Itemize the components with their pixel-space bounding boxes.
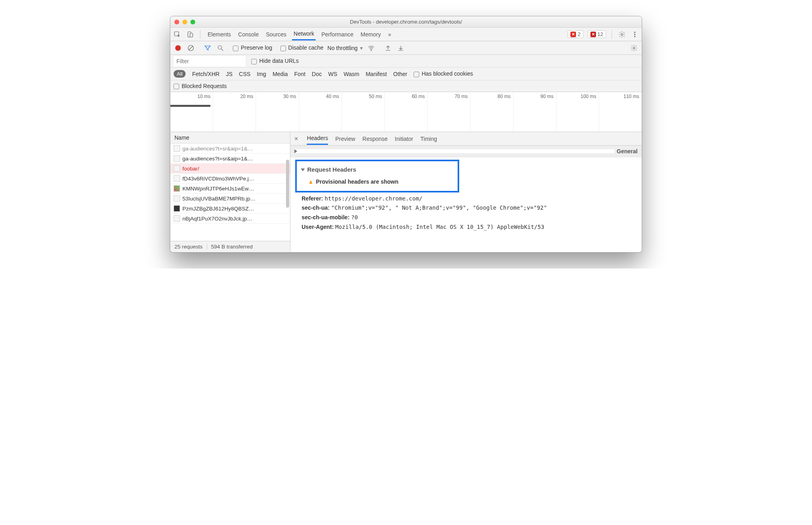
svg-point-4 (634, 32, 635, 32)
filter-doc[interactable]: Doc (312, 71, 322, 77)
transferred-size: 594 B transferred (211, 244, 253, 250)
svg-line-8 (189, 46, 193, 50)
svg-point-12 (633, 47, 635, 49)
filter-input[interactable] (174, 56, 246, 66)
zoom-window-button[interactable] (190, 20, 195, 24)
svg-rect-2 (190, 33, 193, 37)
request-row[interactable]: 53IuclsjUVBaBME7MPRb.jp… (170, 194, 290, 204)
blocked-cookies-checkbox[interactable]: Has blocked cookies (414, 70, 473, 77)
request-row[interactable]: nBjAqf1PuX7O2nvJbJck.jp… (170, 214, 290, 224)
svg-point-11 (371, 50, 372, 51)
issue-count-badge[interactable]: ✕12 (588, 30, 606, 38)
request-list: Name ga-audiences?t=sr&aip=1&… ga-audien… (170, 132, 290, 252)
tab-sources[interactable]: Sources (264, 29, 288, 40)
filter-ws[interactable]: WS (328, 71, 337, 77)
tab-memory[interactable]: Memory (359, 29, 383, 40)
filter-all[interactable]: All (174, 70, 186, 78)
request-detail: × Headers Preview Response Initiator Tim… (290, 132, 642, 252)
detail-tab-headers[interactable]: Headers (307, 132, 328, 145)
filter-fetchxhr[interactable]: Fetch/XHR (192, 71, 219, 77)
detail-tab-timing[interactable]: Timing (420, 133, 437, 144)
close-window-button[interactable] (174, 20, 179, 24)
filter-css[interactable]: CSS (239, 71, 250, 77)
request-row[interactable]: KMNWpnRJTP6eHJs1wEw… (170, 184, 290, 194)
general-section[interactable]: General (290, 146, 642, 157)
request-row[interactable]: ga-audiences?t=sr&aip=1&… (170, 154, 290, 164)
filter-icon[interactable] (203, 44, 212, 52)
network-conditions-icon[interactable] (367, 44, 376, 52)
blocked-requests-checkbox[interactable]: Blocked Requests (174, 83, 227, 89)
titlebar: DevTools - developer.chrome.com/tags/dev… (170, 16, 642, 28)
filter-wasm[interactable]: Wasm (344, 71, 359, 77)
detail-tab-response[interactable]: Response (362, 133, 388, 144)
inspect-element-icon[interactable] (173, 30, 182, 39)
blocked-requests-row: Blocked Requests (170, 80, 642, 92)
error-count: 2 (578, 31, 580, 37)
search-icon[interactable] (216, 44, 225, 52)
network-settings-icon[interactable] (630, 44, 638, 52)
scrollbar[interactable] (286, 160, 289, 208)
window-controls (174, 20, 195, 24)
filter-manifest[interactable]: Manifest (366, 71, 387, 77)
window-title: DevTools - developer.chrome.com/tags/dev… (170, 19, 642, 25)
filter-js[interactable]: JS (226, 71, 232, 77)
more-icon[interactable] (630, 30, 639, 39)
network-split: Name ga-audiences?t=sr&aip=1&… ga-audien… (170, 132, 642, 252)
request-row[interactable]: PzmJZBgZBJ612Hy8QBSZ… (170, 204, 290, 214)
network-toolbar: Preserve log Disable cache No throttling… (170, 41, 642, 55)
detail-tab-preview[interactable]: Preview (335, 133, 355, 144)
request-row[interactable]: ga-audiences?t=sr&aip=1&… (170, 144, 290, 154)
svg-point-9 (218, 46, 222, 49)
svg-point-6 (634, 36, 635, 37)
svg-point-3 (621, 33, 623, 35)
timeline-overview[interactable]: 10 ms 20 ms 30 ms 40 ms 50 ms 60 ms 70 m… (170, 92, 642, 132)
type-filter-row: All Fetch/XHR JS CSS Img Media Font Doc … (170, 68, 642, 80)
tab-network[interactable]: Network (292, 28, 316, 40)
issue-count: 12 (598, 31, 603, 37)
filter-img[interactable]: Img (257, 71, 266, 77)
upload-har-icon[interactable] (384, 44, 392, 52)
filter-bar: Hide data URLs (170, 55, 642, 68)
download-har-icon[interactable] (396, 44, 405, 52)
request-count: 25 requests (174, 244, 203, 250)
request-headers-section: Request Headers ▲Provisional headers are… (290, 157, 642, 236)
request-status-bar: 25 requests 594 B transferred (170, 241, 290, 252)
error-count-badge[interactable]: ✕2 (568, 30, 583, 38)
svg-line-10 (221, 49, 223, 51)
tab-performance[interactable]: Performance (320, 29, 355, 40)
device-toolbar-icon[interactable] (186, 30, 194, 39)
record-button[interactable] (174, 44, 182, 52)
provisional-message: Provisional headers are shown (316, 178, 398, 185)
minimize-window-button[interactable] (182, 20, 187, 24)
filter-font[interactable]: Font (294, 71, 306, 77)
disable-cache-checkbox[interactable]: Disable cache (280, 44, 324, 51)
provisional-callout: Request Headers ▲Provisional headers are… (295, 160, 459, 192)
close-detail-icon[interactable]: × (294, 135, 298, 142)
filter-other[interactable]: Other (393, 71, 407, 77)
request-row[interactable]: fD43v6RiVCDlmo3WhVPe.j… (170, 174, 290, 184)
detail-tabs: × Headers Preview Response Initiator Tim… (290, 132, 642, 146)
chevron-down-icon[interactable] (301, 168, 305, 171)
hide-data-urls-checkbox[interactable]: Hide data URLs (251, 58, 299, 64)
preserve-log-checkbox[interactable]: Preserve log (233, 44, 272, 51)
request-row-selected[interactable]: foobar/ (170, 164, 290, 174)
devtools-window: DevTools - developer.chrome.com/tags/dev… (170, 16, 642, 252)
svg-point-5 (634, 34, 635, 34)
throttling-select[interactable]: No throttling▾ (328, 45, 363, 51)
filter-media[interactable]: Media (272, 71, 288, 77)
chevron-right-icon (294, 149, 614, 153)
settings-icon[interactable] (618, 30, 626, 39)
name-column-header[interactable]: Name (170, 132, 290, 144)
warning-icon: ▲ (308, 178, 314, 185)
tab-console[interactable]: Console (236, 29, 260, 40)
tabs-overflow[interactable]: » (386, 29, 393, 40)
main-toolbar: Elements Console Sources Network Perform… (170, 28, 642, 41)
detail-tab-initiator[interactable]: Initiator (395, 133, 413, 144)
tab-elements[interactable]: Elements (206, 29, 232, 40)
clear-icon[interactable] (186, 44, 195, 52)
